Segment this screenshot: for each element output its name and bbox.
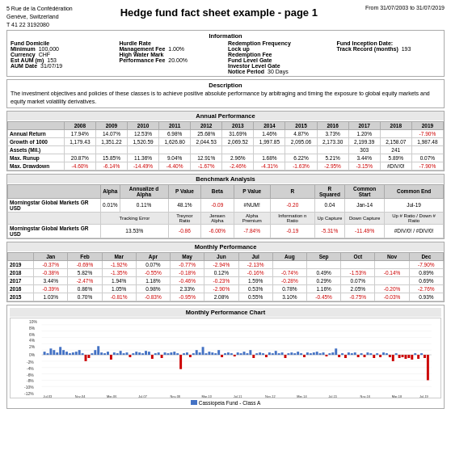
svg-rect-76 xyxy=(211,352,213,355)
svg-rect-136 xyxy=(402,355,404,357)
annual-cell xyxy=(285,145,317,154)
svg-rect-44 xyxy=(110,355,112,360)
bench-col-beta: Beta xyxy=(201,184,234,198)
svg-rect-89 xyxy=(252,355,255,358)
svg-rect-130 xyxy=(382,352,385,355)
svg-rect-71 xyxy=(196,350,198,355)
svg-rect-110 xyxy=(319,353,322,355)
svg-rect-115 xyxy=(335,348,337,355)
svg-rect-93 xyxy=(265,355,268,357)
annual-row-label: Growth of 1000 xyxy=(8,137,65,145)
monthly-cell: -0.03% xyxy=(375,293,409,301)
svg-rect-138 xyxy=(407,355,410,358)
annual-cell xyxy=(380,129,411,137)
annual-cell: 0.07% xyxy=(411,154,443,162)
monthly-col-jul: Jul xyxy=(238,252,272,260)
svg-rect-31 xyxy=(69,353,71,355)
svg-rect-87 xyxy=(246,353,248,355)
svg-rect-77 xyxy=(214,353,217,355)
bench-col-header-label xyxy=(8,184,101,198)
svg-rect-99 xyxy=(285,355,287,358)
svg-text:0%: 0% xyxy=(29,353,36,357)
annual-col-2008: 2008 xyxy=(64,121,95,129)
annual-cell: 25.68% xyxy=(191,129,222,137)
monthly-cell: 2.05% xyxy=(341,284,375,293)
svg-rect-121 xyxy=(354,352,356,355)
table-row: 2018 -0.38% 5.82% -1.35% -0.55% -0.18% 0… xyxy=(8,268,444,276)
address-line2: Genève, Switzerland xyxy=(6,13,73,21)
svg-rect-68 xyxy=(186,352,188,355)
annual-cell: -4.40% xyxy=(159,162,191,170)
table-row: Max. Runup 20.87% 15.85% 11.36% 9.04% 12… xyxy=(8,154,444,162)
info-col2: Hurdle Rate Management Fee 1.00% High Wa… xyxy=(120,40,224,74)
svg-rect-91 xyxy=(259,352,261,355)
svg-rect-30 xyxy=(65,352,68,355)
svg-rect-74 xyxy=(205,353,208,355)
svg-rect-67 xyxy=(183,353,185,355)
monthly-year: 2015 xyxy=(8,293,34,301)
monthly-cell: 3.44% xyxy=(34,276,68,284)
monthly-cell: -0.74% xyxy=(272,268,306,276)
table-row: Annual Return 17.94% 14.07% 12.53% 6.98%… xyxy=(8,129,444,137)
monthly-cell: -0.83% xyxy=(136,293,170,301)
svg-rect-129 xyxy=(379,355,381,357)
bench-cell: -0.86 xyxy=(168,224,201,238)
annual-performance-section: Annual Performance 2008 2009 2010 2011 2… xyxy=(6,111,445,171)
annual-cell: 5.21% xyxy=(317,154,348,162)
bench-cell: 0.04 xyxy=(314,198,344,212)
annual-cell xyxy=(95,145,127,154)
monthly-cell: 1.16% xyxy=(306,284,340,293)
svg-rect-32 xyxy=(72,352,74,355)
annual-cell xyxy=(411,145,443,154)
annual-cell: 1,987.48 xyxy=(411,137,443,145)
svg-text:Mar-06: Mar-06 xyxy=(107,394,116,398)
annual-cell: 2,199.39 xyxy=(348,137,380,145)
monthly-cell: -0.77% xyxy=(171,260,204,268)
svg-rect-104 xyxy=(300,353,302,355)
monthly-cell: -0.18% xyxy=(171,268,204,276)
monthly-cell: -2.94% xyxy=(204,260,238,268)
svg-text:Nov-08: Nov-08 xyxy=(170,394,180,398)
bench-col-rsq: R Squared xyxy=(314,184,344,198)
annual-cell: 2,069.52 xyxy=(222,137,254,145)
monthly-cell: -0.39% xyxy=(34,284,68,293)
svg-rect-123 xyxy=(360,353,363,355)
svg-text:Nov-12: Nov-12 xyxy=(265,394,276,398)
annual-cell: 1,351.22 xyxy=(95,137,127,145)
monthly-cell: 0.29% xyxy=(306,276,340,284)
bench-subheader: Up # Ratio / Down # Ratio xyxy=(385,212,444,224)
monthly-cell: -1.53% xyxy=(341,268,375,276)
svg-rect-139 xyxy=(411,355,413,360)
bench-cell: 48.1% xyxy=(168,198,201,212)
svg-rect-69 xyxy=(189,355,192,357)
legend-color xyxy=(191,400,197,405)
svg-rect-137 xyxy=(404,355,407,359)
svg-text:Nov-04: Nov-04 xyxy=(75,394,86,398)
annual-col-2015: 2015 xyxy=(285,121,317,129)
svg-rect-107 xyxy=(310,353,312,355)
svg-rect-112 xyxy=(325,355,327,356)
bench-subheader-label xyxy=(8,212,101,224)
svg-text:-6%: -6% xyxy=(27,373,34,377)
svg-text:Jul-11: Jul-11 xyxy=(234,394,242,398)
svg-rect-80 xyxy=(224,353,226,355)
annual-cell: 12.53% xyxy=(128,129,159,137)
svg-text:Jul-15: Jul-15 xyxy=(328,394,337,398)
monthly-cell: -0.14% xyxy=(375,268,409,276)
svg-rect-127 xyxy=(373,355,375,358)
svg-rect-88 xyxy=(249,350,251,355)
monthly-cell: 0.98% xyxy=(136,284,170,293)
table-row: Assets (Mil.) 303 241 xyxy=(8,145,444,154)
annual-cell xyxy=(159,145,191,154)
annual-col-2019: 2019 xyxy=(411,121,443,129)
svg-rect-101 xyxy=(290,352,293,355)
annual-col-2018: 2018 xyxy=(380,121,411,129)
monthly-cell: 0.55% xyxy=(238,293,272,301)
annual-cell: 2,158.07 xyxy=(380,137,411,145)
monthly-col-apr: Apr xyxy=(136,252,170,260)
svg-rect-51 xyxy=(132,353,134,355)
svg-rect-118 xyxy=(344,355,347,358)
annual-cell xyxy=(317,145,348,154)
description-section: Description The investment objectives an… xyxy=(6,79,445,108)
monthly-cell: -0.37% xyxy=(34,260,68,268)
